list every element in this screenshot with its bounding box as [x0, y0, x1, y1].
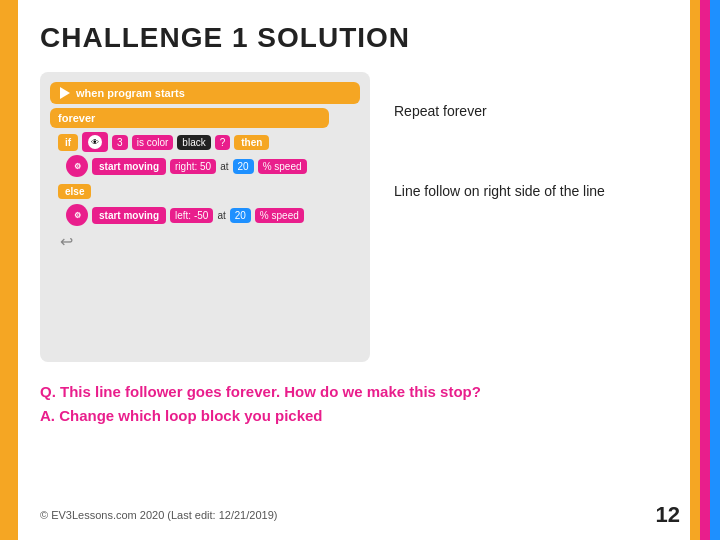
sensor-icon: 👁	[88, 135, 102, 149]
block-sensor: 👁	[82, 132, 108, 152]
left-color-bar	[0, 0, 18, 540]
block-black: black	[177, 135, 210, 150]
block-if-row: if 👁 3 is color black ? then	[58, 132, 360, 152]
loop-arrow-icon: ↩	[50, 232, 360, 251]
block-start-moving-2: start moving	[92, 207, 166, 224]
block-right50: right: 50	[170, 159, 216, 174]
main-content: CHALLENGE 1 SOLUTION when program starts…	[18, 0, 690, 540]
block-start-row: when program starts	[50, 82, 360, 104]
code-block: when program starts forever if 👁 3 is co…	[40, 72, 370, 362]
block-is-color: is color	[132, 135, 174, 150]
content-row: when program starts forever if 👁 3 is co…	[40, 72, 662, 362]
block-left50: left: -50	[170, 208, 213, 223]
block-start-text: when program starts	[76, 87, 185, 99]
block-motor-row-2: ⚙ start moving left: -50 at 20 % speed	[66, 204, 360, 226]
qa-section: Q. This line follower goes forever. How …	[40, 380, 662, 428]
block-at-2: at	[217, 210, 225, 221]
block-num: 3	[112, 135, 128, 150]
right-color-bars	[690, 0, 720, 540]
footer-page-number: 12	[656, 502, 680, 528]
motor-icon-2: ⚙	[66, 204, 88, 226]
block-if: if	[58, 134, 78, 151]
line-follow-annotation: Line follow on right side of the line	[394, 182, 662, 202]
block-20-1: 20	[233, 159, 254, 174]
motor-icon-1: ⚙	[66, 155, 88, 177]
block-20-2: 20	[230, 208, 251, 223]
annotations: Repeat forever Line follow on right side…	[394, 72, 662, 362]
block-motor-row-1: ⚙ start moving right: 50 at 20 % speed	[66, 155, 360, 177]
right-bar-blue	[710, 0, 720, 540]
block-then: then	[234, 135, 269, 150]
qa-answer: A. Change which loop block you picked	[40, 404, 662, 428]
block-question: ?	[215, 135, 231, 150]
page-title: CHALLENGE 1 SOLUTION	[40, 22, 662, 54]
right-bar-orange	[690, 0, 700, 540]
block-else: else	[58, 184, 91, 199]
block-forever: forever	[50, 108, 329, 128]
qa-question: Q. This line follower goes forever. How …	[40, 380, 662, 404]
right-bar-pink	[700, 0, 710, 540]
repeat-forever-annotation: Repeat forever	[394, 102, 662, 122]
block-at-1: at	[220, 161, 228, 172]
block-speed-1: % speed	[258, 159, 307, 174]
block-start: when program starts	[50, 82, 360, 104]
block-start-moving-1: start moving	[92, 158, 166, 175]
play-icon	[60, 87, 70, 99]
block-speed-2: % speed	[255, 208, 304, 223]
footer: © EV3Lessons.com 2020 (Last edit: 12/21/…	[40, 502, 680, 528]
footer-copyright: © EV3Lessons.com 2020 (Last edit: 12/21/…	[40, 509, 277, 521]
